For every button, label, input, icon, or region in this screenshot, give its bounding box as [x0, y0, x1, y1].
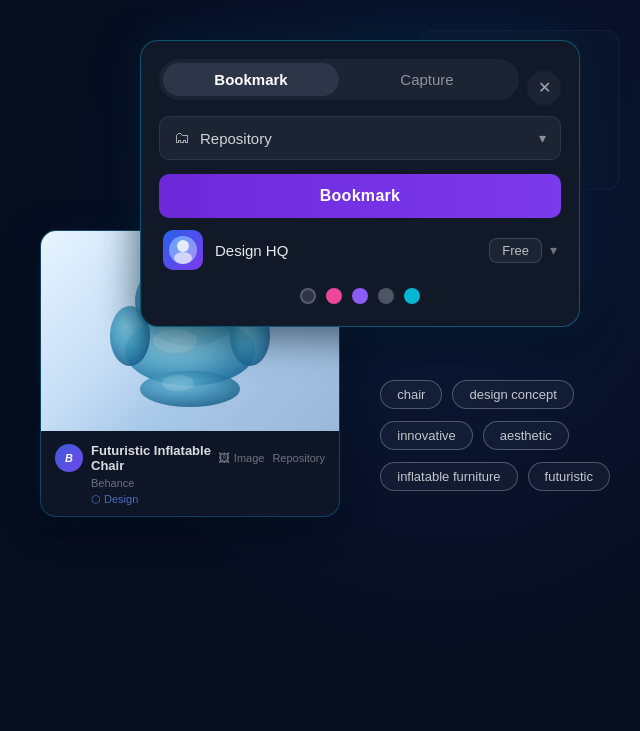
tag-design-concept[interactable]: design concept: [452, 380, 573, 409]
tag-chair[interactable]: chair: [380, 380, 442, 409]
card-footer: B Futuristic Inflatable Chair 🖼 Image Re…: [41, 431, 339, 516]
tags-panel: chair design concept innovative aestheti…: [380, 380, 610, 491]
tab-capture[interactable]: Capture: [339, 63, 515, 96]
image-icon: 🖼: [218, 451, 230, 465]
design-hq-row: Design HQ Free ▾: [159, 220, 561, 280]
svg-point-6: [140, 371, 240, 407]
dot-gray[interactable]: [378, 288, 394, 304]
svg-point-8: [177, 240, 189, 252]
card-source-avatar: B: [55, 444, 83, 472]
design-hq-avatar-inner: [169, 236, 197, 264]
color-dots-row: [159, 288, 561, 304]
svg-point-7: [162, 375, 194, 391]
tab-bookmark[interactable]: Bookmark: [163, 63, 339, 96]
bookmark-modal: Bookmark Capture ✕ 🗂 Repository ▾ Bookma…: [140, 40, 580, 327]
dot-cyan[interactable]: [404, 288, 420, 304]
card-category-label: ⬡ Design: [91, 493, 325, 506]
tags-row-2: innovative aesthetic: [380, 421, 610, 450]
bookmark-button[interactable]: Bookmark: [159, 174, 561, 218]
repository-select[interactable]: 🗂 Repository ▾: [159, 116, 561, 160]
modal-tabs: Bookmark Capture: [159, 59, 519, 100]
repository-icon: 🗂: [174, 129, 190, 147]
repository-label: Repository: [200, 130, 539, 147]
design-hq-avatar: [163, 230, 203, 270]
card-title-row: B Futuristic Inflatable Chair 🖼 Image Re…: [55, 443, 325, 473]
tag-aesthetic[interactable]: aesthetic: [483, 421, 569, 450]
dot-purple[interactable]: [352, 288, 368, 304]
tag-futuristic[interactable]: futuristic: [528, 462, 610, 491]
tag-innovative[interactable]: innovative: [380, 421, 473, 450]
card-meta-type: 🖼 Image Repository: [218, 451, 325, 465]
tag-inflatable-furniture[interactable]: inflatable furniture: [380, 462, 517, 491]
modal-header: Bookmark Capture ✕: [159, 59, 561, 116]
card-source-label: Behance: [91, 477, 325, 489]
dot-dark[interactable]: [300, 288, 316, 304]
close-button[interactable]: ✕: [527, 71, 561, 105]
avatar-person-icon: [169, 236, 197, 264]
design-hq-name: Design HQ: [215, 242, 489, 259]
svg-point-3: [153, 329, 197, 353]
chevron-down-icon: ▾: [539, 130, 546, 146]
design-hq-badge: Free: [489, 238, 542, 263]
dot-pink[interactable]: [326, 288, 342, 304]
card-title-text: Futuristic Inflatable Chair: [91, 443, 218, 473]
svg-point-9: [174, 252, 192, 264]
tags-row-3: inflatable furniture futuristic: [380, 462, 610, 491]
design-hq-chevron-icon[interactable]: ▾: [550, 242, 557, 258]
tags-row-1: chair design concept: [380, 380, 610, 409]
